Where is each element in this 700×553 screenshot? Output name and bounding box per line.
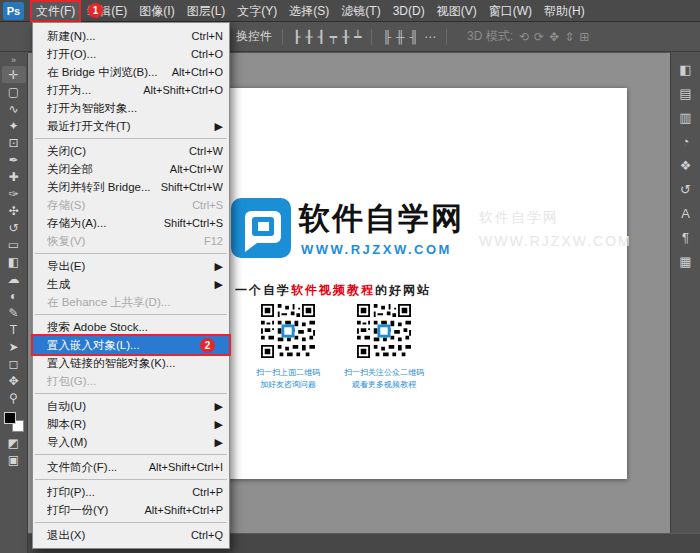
menu-bar-item[interactable]: 3D(D) (387, 0, 431, 22)
file-menu-item[interactable]: 打开为... Alt+Shift+Ctrl+O (33, 81, 229, 99)
options-separator (282, 29, 283, 45)
file-menu-item[interactable]: 恢复(V) F12 (33, 232, 229, 250)
menu-bar-item[interactable]: 帮助(H) (538, 0, 591, 22)
menu-bar-item[interactable]: 文字(Y) (231, 0, 283, 22)
quick-mask-icon[interactable]: ◩ (2, 434, 26, 451)
align-bottom-edges-icon[interactable]: ┷ (354, 29, 361, 45)
file-menu-item[interactable]: 关闭全部 Alt+Ctrl+W (33, 160, 229, 178)
file-menu-item[interactable]: 关闭并转到 Bridge... Shift+Ctrl+W (33, 178, 229, 196)
file-menu-item[interactable]: 存储为(A)... Shift+Ctrl+S (33, 214, 229, 232)
menu-bar-item[interactable]: 文件(F) (30, 0, 81, 22)
layers-panel-icon[interactable]: ▦ (679, 255, 691, 268)
menu-bar-item[interactable]: 图像(I) (133, 0, 180, 22)
hand-tool[interactable]: ✥ (2, 372, 26, 389)
crop-tool[interactable]: ⊡ (2, 134, 26, 151)
menu-bar-item[interactable]: 选择(S) (283, 0, 335, 22)
3d-roll-icon[interactable]: ⟳ (534, 29, 544, 45)
file-menu-item[interactable]: 置入链接的智能对象(K)... (33, 354, 229, 372)
eraser-tool[interactable]: ▭ (2, 236, 26, 253)
align-horizontal-centers-icon[interactable]: ╂ (305, 29, 312, 45)
file-menu-item[interactable]: 存储(S) Ctrl+S (33, 196, 229, 214)
file-menu-item[interactable]: 退出(X) Ctrl+Q (33, 526, 229, 544)
file-menu-item[interactable]: 脚本(R) ▶ (33, 415, 229, 433)
qr-caption: 扫一扫上面二维码 加好友咨询问题 (256, 367, 320, 390)
file-menu-item[interactable]: 打开(O)... Ctrl+O (33, 45, 229, 63)
qr-caption: 扫一扫关注公众二维码 观看更多视频教程 (344, 367, 424, 390)
align-top-edges-icon[interactable]: ┯ (330, 29, 337, 45)
file-menu-item[interactable]: 打包(G)... (33, 372, 229, 390)
shape-tool[interactable]: ◻ (2, 355, 26, 372)
dodge-tool[interactable]: ◐ (2, 287, 26, 304)
distribute-center-icon[interactable]: ╫ (396, 29, 405, 45)
foreground-color-swatch[interactable] (4, 412, 16, 424)
lasso-tool[interactable]: ∿ (2, 100, 26, 117)
3d-rotate-icon[interactable]: ⟲ (519, 29, 529, 45)
toolbar-expander-icon[interactable]: » (0, 54, 27, 66)
file-menu-item[interactable]: 搜索 Adobe Stock... (33, 318, 229, 336)
type-tool[interactable]: T (2, 321, 26, 338)
file-menu-item[interactable]: 导出(E) ▶ (33, 257, 229, 275)
menu-bar-item[interactable]: 图层(L) (181, 0, 232, 22)
marquee-tool[interactable]: ▢ (2, 83, 26, 100)
zoom-tool[interactable]: ⚲ (2, 389, 26, 406)
show-transform-controls-label[interactable]: 换控件 (236, 28, 272, 45)
move-tool[interactable]: ✛ (2, 66, 26, 83)
site-title-block: 软件自学网 WWW.RJZXW.COM (299, 202, 464, 257)
qr-code-image (357, 304, 411, 358)
file-menu-item[interactable]: 最近打开文件(T) ▶ (33, 117, 229, 135)
history-brush-tool[interactable]: ↺ (2, 219, 26, 236)
swatches-panel-icon[interactable]: ▤ (679, 87, 691, 100)
adjustments-panel-icon[interactable]: ◔ (682, 135, 690, 148)
brush-tool[interactable]: ✑ (2, 185, 26, 202)
eyedropper-tool[interactable]: ✒ (2, 151, 26, 168)
history-panel-icon[interactable]: ↺ (680, 183, 691, 196)
character-panel-icon[interactable]: A (681, 207, 690, 220)
file-menu-item[interactable]: 自动(U) ▶ (33, 397, 229, 415)
color-swatches[interactable] (4, 412, 24, 432)
menu-item-shortcut: ▶ (215, 275, 223, 293)
align-vertical-centers-icon[interactable]: ╂ (342, 29, 349, 45)
file-menu-item[interactable]: 生成 ▶ (33, 275, 229, 293)
tool-bar: » ✛ ▢ ∿ ✦ (0, 53, 28, 553)
align-right-edges-icon[interactable]: ┨ (317, 29, 324, 45)
file-menu-item[interactable]: 在 Behance 上共享(D)... (33, 293, 229, 311)
file-menu-item[interactable]: 在 Bridge 中浏览(B)... Alt+Ctrl+O (33, 63, 229, 81)
menu-bar-item[interactable]: 窗口(W) (483, 0, 538, 22)
qr-code-item: 扫一扫关注公众二维码 观看更多视频教程 (344, 304, 424, 390)
3d-pan-icon[interactable]: ✥ (549, 29, 559, 45)
file-menu-item[interactable]: 打印一份(Y) Alt+Shift+Ctrl+P (33, 501, 229, 519)
blur-tool[interactable]: ☁ (2, 270, 26, 287)
gradient-tool[interactable]: ◧ (2, 253, 26, 270)
clone-stamp-tool[interactable]: ✣ (2, 202, 26, 219)
libraries-panel-icon[interactable]: ▥ (679, 111, 691, 124)
file-menu-item[interactable]: 文件简介(F)... Alt+Shift+Ctrl+I (33, 458, 229, 476)
3d-scale-icon[interactable]: ⊞ (579, 29, 589, 45)
file-menu-item[interactable]: 导入(M) ▶ (33, 433, 229, 451)
path-selection-tool[interactable]: ➤ (2, 338, 26, 355)
quick-selection-tool[interactable]: ✦ (2, 117, 26, 134)
file-menu-item[interactable]: 置入嵌入对象(L)... 2 (33, 336, 229, 354)
color-panel-icon[interactable]: ◧ (679, 63, 691, 76)
pen-tool[interactable]: ✎ (2, 304, 26, 321)
spot-healing-tool[interactable]: ✚ (2, 168, 26, 185)
tool-icon: ✎ (8, 307, 18, 319)
tagline-part: 一个自学 (235, 283, 291, 297)
menu-bar-item[interactable]: 滤镜(T) (335, 0, 386, 22)
file-menu-item[interactable]: 打开为智能对象... (33, 99, 229, 117)
file-menu-item[interactable]: 关闭(C) Ctrl+W (33, 142, 229, 160)
paragraph-panel-icon[interactable]: ¶ (682, 231, 689, 244)
more-options-icon[interactable]: ⋯ (424, 29, 436, 45)
screen-mode-icon[interactable]: ▣ (2, 451, 26, 468)
styles-panel-icon[interactable]: ❖ (680, 159, 692, 172)
tool-icon: ⚲ (9, 392, 18, 404)
menu-bar-item[interactable]: 视图(V) (431, 0, 483, 22)
file-menu-item[interactable]: 新建(N)... Ctrl+N (33, 27, 229, 45)
menu-item-shortcut: ▶ (215, 397, 223, 415)
align-left-edges-icon[interactable]: ┠ (293, 29, 300, 45)
3d-slide-icon[interactable]: ⇕ (564, 29, 574, 45)
tool-icon: ▭ (8, 239, 19, 251)
file-menu-item[interactable]: 打印(P)... Ctrl+P (33, 483, 229, 501)
menu-item-shortcut: Alt+Ctrl+O (172, 63, 223, 81)
distribute-right-icon[interactable]: ╢ (409, 29, 418, 45)
distribute-left-icon[interactable]: ╟ (382, 29, 391, 45)
